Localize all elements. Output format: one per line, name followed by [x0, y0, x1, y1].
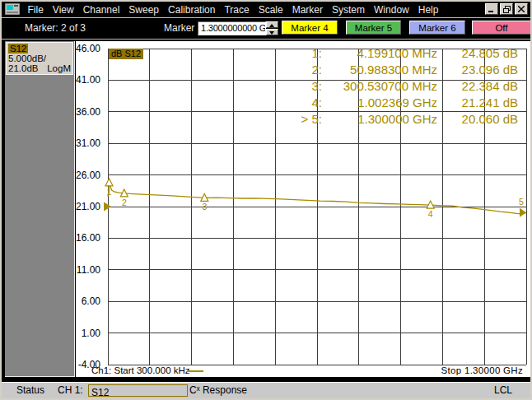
menu-channel[interactable]: Channel — [78, 4, 124, 16]
restore-button[interactable] — [500, 3, 513, 15]
analyzer-icon — [5, 3, 20, 15]
trace-format: LogM — [47, 63, 71, 73]
menu-bar: FileViewChannelSweepCalibrationTraceScal… — [2, 2, 530, 18]
menu-item-list: FileViewChannelSweepCalibrationTraceScal… — [23, 2, 443, 17]
measurement-box[interactable]: S12 — [88, 384, 188, 397]
status-label: Status — [16, 383, 44, 398]
menu-sweep[interactable]: Sweep — [124, 4, 164, 16]
arrow-down-icon — [269, 31, 274, 35]
marker-status: Marker: 2 of 3 — [25, 18, 86, 39]
menu-trace[interactable]: Trace — [220, 4, 254, 16]
trace-sidebar: S12 5.000dB/ 21.0dB LogM — [5, 41, 75, 377]
lcl-indicator: LCL — [494, 383, 512, 398]
y-tick-label: 1.00 — [82, 328, 100, 339]
menu-marker[interactable]: Marker — [287, 4, 327, 16]
trace-id-badge: S12 — [8, 44, 28, 53]
marker-value-input[interactable]: 1.3000000000 GHz — [198, 21, 266, 35]
trace-legend-line — [187, 370, 203, 372]
menu-file[interactable]: File — [23, 4, 48, 16]
button-marker-4[interactable]: Marker 4 — [282, 21, 338, 35]
window-controls — [485, 3, 528, 15]
y-tick-label: 21.00 — [76, 201, 100, 212]
y-tick-label: 26.00 — [76, 170, 100, 181]
y-tick-label: 36.00 — [76, 106, 100, 118]
menu-calibration[interactable]: Calibration — [164, 4, 220, 16]
close-button[interactable] — [515, 3, 528, 15]
app-icon[interactable] — [5, 3, 20, 15]
stepper-up-button[interactable] — [266, 21, 278, 28]
application-window: FileViewChannelSweepCalibrationTraceScal… — [0, 0, 532, 400]
y-tick-label: 16.00 — [76, 232, 100, 244]
y-tick-label: 6.00 — [82, 295, 100, 307]
trace-scale: 5.000dB/ — [8, 53, 71, 63]
marker-toolbar: Marker: 2 of 3 Marker 5 1.3000000000 GHz… — [2, 18, 530, 40]
menu-view[interactable]: View — [48, 4, 78, 16]
y-tick-label: 41.00 — [76, 74, 100, 86]
channel-label: CH 1: — [58, 383, 83, 398]
close-icon — [518, 6, 525, 12]
minimize-icon — [488, 6, 495, 12]
plot-area — [76, 41, 532, 377]
status-bar: Status CH 1: S12 Cˣ Response LCL — [2, 382, 530, 398]
menu-help[interactable]: Help — [413, 4, 443, 16]
marker-value-stepper — [266, 21, 278, 35]
x-axis-stop-label: Stop 1.30000 GHz — [441, 365, 523, 375]
arrow-up-icon — [269, 24, 274, 27]
marker-value-text: 1.3000000000 GHz — [201, 23, 266, 33]
trace-reference: 21.0dB — [8, 63, 38, 73]
y-tick-label: 46.00 — [76, 43, 100, 54]
y-tick-label: 11.00 — [77, 264, 100, 276]
minimize-button[interactable] — [485, 3, 498, 15]
stepper-down-button[interactable] — [266, 29, 278, 35]
button-off[interactable]: Off — [472, 21, 531, 35]
y-tick-label: 31.00 — [76, 137, 100, 149]
button-marker-6[interactable]: Marker 6 — [409, 21, 465, 35]
menu-system[interactable]: System — [328, 4, 370, 16]
menu-window[interactable]: Window — [370, 4, 414, 16]
trace-status-panel[interactable]: S12 5.000dB/ 21.0dB LogM — [6, 42, 73, 75]
menu-scale[interactable]: Scale — [254, 4, 287, 16]
cal-status: Cˣ Response — [189, 383, 247, 398]
button-marker-5[interactable]: Marker 5 — [346, 21, 401, 35]
restore-icon — [503, 6, 511, 13]
measurement-text: S12 — [91, 387, 109, 398]
chart-title-tag: dB S12 — [109, 49, 143, 59]
x-axis-start-label: Ch1: Start 300.000 kHz — [91, 365, 190, 375]
